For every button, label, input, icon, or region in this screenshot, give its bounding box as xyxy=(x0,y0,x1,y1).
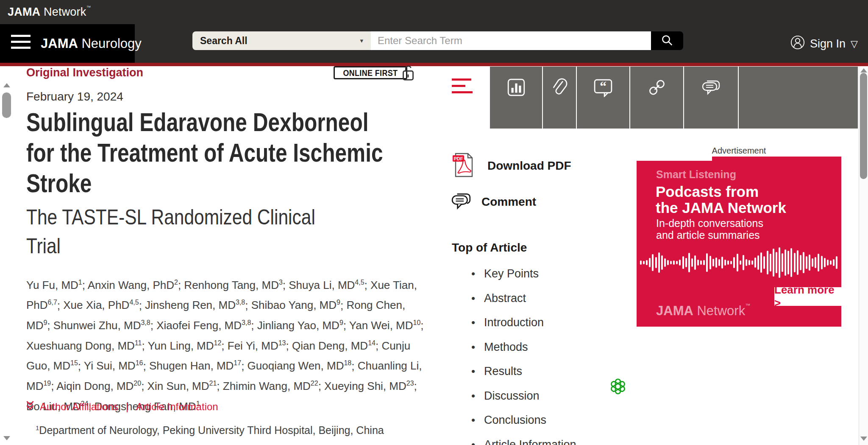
trademark: ™ xyxy=(86,5,91,10)
ad-jama-network-logo: JAMA Network™ xyxy=(656,303,750,319)
link-divider: | xyxy=(123,401,131,413)
bullet: • xyxy=(471,414,484,427)
right-scrollbar-thumb[interactable] xyxy=(860,73,867,179)
bullet: • xyxy=(471,389,484,403)
author: Xiaofei Feng, MD3,8 xyxy=(156,319,251,332)
outline-icon xyxy=(452,78,473,94)
ad-top-notch xyxy=(637,157,712,161)
advertisement-banner[interactable]: Smart Listening Podcasts from the JAMA N… xyxy=(637,157,841,327)
ad-eyebrow: Smart Listening xyxy=(656,168,736,181)
search-button[interactable] xyxy=(651,31,683,50)
toc-item-abstract[interactable]: •Abstract xyxy=(471,292,526,305)
chevron-down-icon: ▾ xyxy=(360,37,363,45)
comment-icon xyxy=(451,192,472,212)
bullet: • xyxy=(471,438,484,445)
svg-text:PDF: PDF xyxy=(454,156,463,161)
author: Xue Xia, PhD4,5 xyxy=(63,299,139,311)
double-chevron-down-icon xyxy=(25,400,35,413)
toc-item-results[interactable]: •Results xyxy=(471,365,522,378)
search-bar: Search All ▾ xyxy=(192,31,683,50)
journal-title[interactable]: JAMA Neurology xyxy=(41,36,142,51)
pdf-icon: PDF xyxy=(451,153,476,179)
toc-item-key-points[interactable]: •Key Points xyxy=(471,267,539,280)
author: Xueying Shi, MD23 xyxy=(324,380,414,392)
online-first-badge: ONLINE FIRST xyxy=(334,66,407,79)
author-links-row: Author Affiliations | Article Informatio… xyxy=(25,400,218,413)
header-accent-rule xyxy=(0,63,868,66)
tab-permalink[interactable] xyxy=(629,67,683,129)
author-affiliations-link[interactable]: Author Affiliations xyxy=(40,401,118,413)
toc-item-methods[interactable]: •Methods xyxy=(471,341,528,354)
bullet: • xyxy=(471,365,484,378)
author-list: Yu Fu, MD1; Anxin Wang, PhD2; Renhong Ta… xyxy=(26,274,430,415)
bullet: • xyxy=(471,316,484,329)
comment-label: Comment xyxy=(481,195,536,209)
tab-cite[interactable]: “ xyxy=(576,67,629,129)
brand-regular: Network xyxy=(44,6,86,18)
jama-network-topbar: JAMA Network™ xyxy=(0,0,868,24)
author: Yu Fu, MD1 xyxy=(26,279,82,291)
author: Shunwei Zhu, MD3,8 xyxy=(53,319,150,332)
article-information-link[interactable]: Article Information xyxy=(136,401,218,413)
author: Qian Deng, MD14 xyxy=(292,339,376,352)
comment-button[interactable]: Comment xyxy=(451,192,536,212)
article-subtitle: The TASTE-SL Randomized Clinical Trial xyxy=(26,203,315,260)
jama-article-page: JAMA Network™ JAMA Neurology Search All … xyxy=(0,0,868,445)
tab-figures[interactable] xyxy=(489,67,542,129)
toc-item-conclusions[interactable]: •Conclusions xyxy=(471,414,546,427)
search-input[interactable] xyxy=(371,31,651,50)
tab-outline-active[interactable] xyxy=(441,67,489,129)
publication-date: February 19, 2024 xyxy=(26,90,123,104)
toc-item-discussion[interactable]: •Discussion xyxy=(471,389,540,403)
article-category[interactable]: Original Investigation xyxy=(26,66,143,79)
ad-title: Podcasts from the JAMA Network xyxy=(656,184,786,216)
author: Xueshuang Dong, MD11 xyxy=(26,339,142,352)
author: Yan Wei, MD10 xyxy=(349,319,421,332)
author: Fei Yi, MD13 xyxy=(228,339,286,352)
search-scope-label: Search All xyxy=(200,35,248,47)
scroll-up-arrow[interactable] xyxy=(860,68,867,73)
toc-title: Top of Article xyxy=(452,241,527,255)
tab-supplemental[interactable] xyxy=(542,67,576,129)
audio-waveform-graphic xyxy=(640,246,838,279)
download-pdf-button[interactable]: PDF Download PDF xyxy=(451,153,571,179)
download-pdf-label: Download PDF xyxy=(487,159,571,173)
left-scrollbar-thumb[interactable] xyxy=(2,92,11,118)
learn-more-button[interactable]: Learn more > xyxy=(774,287,841,306)
bullet: • xyxy=(471,292,484,305)
author: Yun Ling, MD12 xyxy=(147,339,221,352)
journal-header: JAMA Neurology xyxy=(0,24,135,63)
affiliation-note: 1Department of Neurology, Peking Univers… xyxy=(36,424,384,437)
open-access-lock-icon xyxy=(402,64,415,83)
sign-in-button[interactable]: Sign In ▽ xyxy=(790,36,858,51)
advertisement-label: Advertisement xyxy=(637,146,841,156)
author: Aiqin Dong, MD20 xyxy=(56,380,141,392)
tab-spacer xyxy=(738,67,858,129)
right-scrollbar[interactable] xyxy=(859,67,868,445)
author: Shugen Han, MD17 xyxy=(149,359,241,372)
menu-icon[interactable] xyxy=(11,35,31,52)
author: Jinsheng Ren, MD3,8 xyxy=(145,299,245,311)
author: Yi Sui, MD16 xyxy=(84,359,143,372)
author: Shibao Yang, MD9 xyxy=(251,299,340,311)
search-icon xyxy=(661,34,673,48)
user-icon xyxy=(790,35,805,53)
author: Zhimin Wang, MD22 xyxy=(223,380,318,392)
jama-network-logo[interactable]: JAMA Network™ xyxy=(8,6,91,19)
tab-comments[interactable] xyxy=(683,67,738,129)
left-scroll-down-arrow[interactable] xyxy=(3,436,10,440)
author: Xin Sun, MD21 xyxy=(147,380,217,392)
ad-subtitle: In-depth conversations and article summa… xyxy=(656,217,763,241)
bullet: • xyxy=(471,341,484,354)
svg-text:“: “ xyxy=(600,79,606,94)
openai-logo-icon xyxy=(609,378,626,395)
author: Jinliang Yao, MD9 xyxy=(257,319,343,332)
search-scope-select[interactable]: Search All ▾ xyxy=(192,31,371,50)
toc-item-introduction[interactable]: •Introduction xyxy=(471,316,544,329)
scroll-down-arrow[interactable] xyxy=(860,437,867,441)
article-title: Sublingual Edaravone Dexborneol for the … xyxy=(26,107,383,199)
brand-bold: JAMA xyxy=(8,6,40,18)
journal-navbar: JAMA Neurology Search All ▾ Sign In ▽ xyxy=(0,24,868,63)
left-scroll-up-arrow[interactable] xyxy=(3,83,10,87)
toc-item-article-information[interactable]: •Article Information xyxy=(471,438,576,445)
